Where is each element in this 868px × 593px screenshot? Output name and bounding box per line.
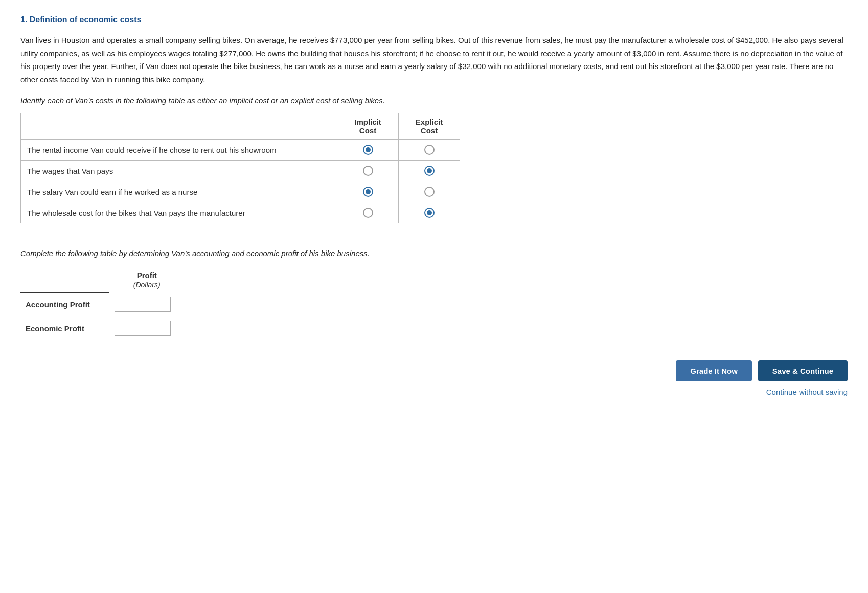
cost-table-empty-header — [21, 113, 337, 140]
explicit-radio-4[interactable] — [424, 208, 435, 218]
profit-label-sub-empty — [20, 280, 109, 292]
table-row: The salary Van could earn if he worked a… — [21, 181, 460, 202]
profit-dollars-header: (Dollars) — [109, 280, 184, 292]
button-group: Grade It Now Save & Continue — [676, 360, 848, 381]
accounting-profit-input-cell — [109, 292, 184, 316]
explicit-radio-cell-4[interactable] — [399, 202, 460, 223]
implicit-radio-cell-1[interactable] — [337, 140, 399, 161]
accounting-profit-row: Accounting Profit — [20, 292, 184, 316]
implicit-radio-3[interactable] — [363, 187, 373, 197]
section-title: 1. Definition of economic costs — [20, 15, 848, 25]
cost-label-3: The salary Van could earn if he worked a… — [21, 181, 337, 202]
economic-profit-input-cell — [109, 316, 184, 340]
continue-without-saving-link[interactable]: Continue without saving — [766, 387, 848, 396]
explicit-radio-cell-2[interactable] — [399, 161, 460, 181]
table-row: The rental income Van could receive if h… — [21, 140, 460, 161]
implicit-radio-4[interactable] — [363, 208, 373, 218]
economic-profit-row: Economic Profit — [20, 316, 184, 340]
accounting-profit-input[interactable] — [115, 296, 171, 312]
table-row: The wholesale cost for the bikes that Va… — [21, 202, 460, 223]
table-row: The wages that Van pays — [21, 161, 460, 181]
implicit-cost-header: Implicit Cost — [337, 113, 399, 140]
profit-value-col-header: Profit — [109, 268, 184, 280]
cost-label-1: The rental income Van could receive if h… — [21, 140, 337, 161]
profit-label-col-header — [20, 268, 109, 280]
economic-profit-input[interactable] — [115, 321, 171, 336]
cost-label-2: The wages that Van pays — [21, 161, 337, 181]
table2-instruction: Complete the following table by determin… — [20, 249, 848, 258]
explicit-cost-header: Explicit Cost — [399, 113, 460, 140]
explicit-radio-cell-3[interactable] — [399, 181, 460, 202]
accounting-profit-label: Accounting Profit — [20, 292, 109, 316]
profit-header-row: Profit — [20, 268, 184, 280]
economic-profit-label: Economic Profit — [20, 316, 109, 340]
implicit-radio-1[interactable] — [363, 145, 373, 155]
problem-text: Van lives in Houston and operates a smal… — [20, 34, 848, 86]
profit-table: Profit (Dollars) Accounting Profit Econo… — [20, 268, 184, 340]
cost-classification-table: Implicit Cost Explicit Cost The rental i… — [20, 113, 460, 223]
save-continue-button[interactable]: Save & Continue — [758, 360, 848, 381]
explicit-radio-3[interactable] — [424, 187, 435, 197]
explicit-radio-1[interactable] — [424, 145, 435, 155]
profit-section: Complete the following table by determin… — [20, 249, 848, 340]
implicit-radio-cell-3[interactable] — [337, 181, 399, 202]
explicit-radio-cell-1[interactable] — [399, 140, 460, 161]
implicit-radio-cell-2[interactable] — [337, 161, 399, 181]
implicit-radio-cell-4[interactable] — [337, 202, 399, 223]
profit-sub-header-row: (Dollars) — [20, 280, 184, 292]
grade-button[interactable]: Grade It Now — [676, 360, 752, 381]
cost-label-4: The wholesale cost for the bikes that Va… — [21, 202, 337, 223]
button-row: Grade It Now Save & Continue Continue wi… — [20, 360, 848, 396]
explicit-radio-2[interactable] — [424, 166, 435, 176]
implicit-radio-2[interactable] — [363, 166, 373, 176]
table1-instruction: Identify each of Van’s costs in the foll… — [20, 96, 848, 105]
